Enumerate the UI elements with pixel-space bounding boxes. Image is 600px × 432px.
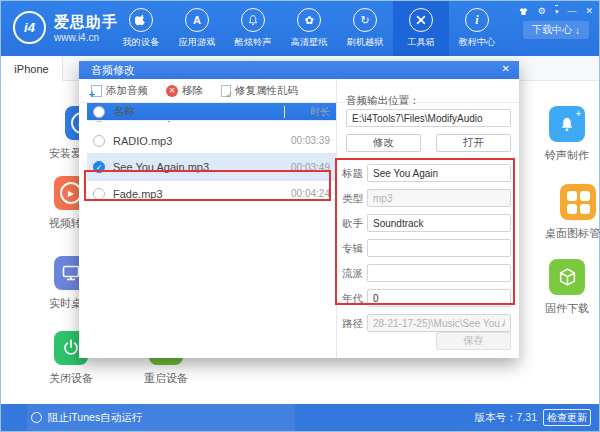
remove-label: 移除 [182, 84, 203, 98]
list-item[interactable]: RADIO.mp3 00:03:39 [87, 128, 336, 153]
app-window: i4 爱思助手 www.i4.cn 我的设备 A 应用游戏 酷炫铃声 [0, 0, 600, 432]
modify-button[interactable]: 修改 [346, 134, 421, 152]
appstore-icon: A [185, 8, 209, 32]
remove-button[interactable]: ✕ 移除 [166, 84, 203, 98]
save-button[interactable]: 保存 [436, 332, 511, 350]
path-label: 路径 [342, 317, 363, 331]
info-icon: i [465, 8, 489, 32]
tool-firmware-download[interactable]: 固件下载 [545, 259, 589, 316]
tool-icon-manager[interactable]: 桌面图标管理 [545, 184, 600, 241]
dialog-titlebar[interactable]: 音频修改 ✕ [79, 61, 519, 79]
nav-apps-games[interactable]: A 应用游戏 [169, 1, 225, 56]
nav-label: 刷机越狱 [347, 36, 384, 49]
add-audio-label: 添加音频 [106, 84, 148, 98]
minimize-icon[interactable]: — [567, 6, 576, 16]
nav-wallpapers[interactable]: ✿ 高清壁纸 [281, 1, 337, 56]
nav-label: 我的设备 [123, 36, 160, 49]
download-center-label: 下载中心 [532, 23, 572, 37]
close-icon[interactable]: ✕ [585, 6, 593, 16]
nav-label: 高清壁纸 [291, 36, 328, 49]
nav-tutorials[interactable]: i 教程中心 [449, 1, 505, 56]
track-name: RADIO.mp3 [113, 135, 284, 147]
brand: i4 爱思助手 www.i4.cn [13, 11, 118, 44]
output-path-input[interactable] [346, 109, 511, 127]
nav-label: 教程中心 [459, 36, 496, 49]
flash-icon: ↻ [353, 8, 377, 32]
radio-icon[interactable] [31, 412, 42, 423]
tool-label: 铃声制作 [545, 148, 589, 163]
tool-ringtone-maker[interactable]: + 铃声制作 [545, 106, 589, 163]
tool-label: 桌面图标管理 [545, 226, 600, 241]
nav-label: 酷炫铃声 [235, 36, 272, 49]
download-icon: ↓ [575, 25, 580, 36]
fix-attributes-button[interactable]: 修复属性乱码 [221, 84, 298, 98]
apple-icon [129, 8, 153, 32]
tool-label: 重启设备 [144, 371, 188, 386]
settings-icon[interactable]: ⚙ [538, 6, 546, 16]
app-header: i4 爱思助手 www.i4.cn 我的设备 A 应用游戏 酷炫铃声 [1, 1, 599, 56]
firmware-icon [549, 259, 585, 295]
fix-attributes-label: 修复属性乱码 [235, 84, 298, 98]
theme-icon[interactable] [518, 7, 529, 16]
fix-attributes-icon [221, 85, 231, 97]
flower-icon: ✿ [297, 8, 321, 32]
nav-toolbox[interactable]: 工具箱 [393, 1, 449, 56]
dialog-toolbar: 添加音频 ✕ 移除 修复属性乱码 [79, 79, 519, 103]
track-duration: 00:03:39 [284, 135, 336, 146]
icon-manager-icon [560, 184, 596, 220]
version-label: 版本号：7.31 [475, 404, 537, 431]
open-button[interactable]: 打开 [436, 134, 511, 152]
main-nav: 我的设备 A 应用游戏 酷炫铃声 ✿ 高清壁纸 ↻ 刷机越狱 [113, 1, 505, 56]
fold-icon[interactable]: ▾ [555, 5, 559, 17]
form-row-path: 路径 [342, 314, 512, 332]
toolbox-icon [409, 8, 433, 32]
annotation-rect-form [335, 158, 515, 305]
annotation-rect-selected-row [84, 170, 331, 201]
tool-label: 固件下载 [545, 301, 589, 316]
block-itunes-toggle[interactable]: 阻止iTunes自动运行 [31, 404, 142, 431]
add-audio-icon [91, 85, 102, 97]
nav-label: 工具箱 [407, 36, 435, 49]
nav-flash-jailbreak[interactable]: ↻ 刷机越狱 [337, 1, 393, 56]
add-audio-button[interactable]: 添加音频 [91, 84, 148, 98]
list-header-row: 名称 时长 [87, 103, 336, 121]
nav-ringtones[interactable]: 酷炫铃声 [225, 1, 281, 56]
tab-iphone[interactable]: iPhone [1, 56, 63, 81]
select-all-checkbox[interactable] [93, 106, 105, 118]
download-center-button[interactable]: 下载中心 ↓ [523, 21, 589, 39]
ringtone-icon: + [549, 106, 585, 142]
dialog-close-icon[interactable]: ✕ [502, 63, 510, 74]
statusbar: 阻止iTunes自动运行 版本号：7.31 检查更新 [1, 404, 599, 431]
brand-url: www.i4.cn [54, 32, 118, 43]
plus-badge: + [576, 109, 581, 119]
output-location-label: 音频输出位置： [346, 94, 420, 108]
check-update-button[interactable]: 检查更新 [543, 409, 591, 426]
brand-name: 爱思助手 [54, 13, 118, 32]
dialog-title: 音频修改 [91, 63, 135, 78]
remove-icon: ✕ [166, 85, 178, 97]
column-duration: 时长 [284, 106, 336, 118]
block-itunes-label: 阻止iTunes自动运行 [48, 411, 142, 425]
window-controls: ⚙ ▾ — ✕ [518, 5, 593, 17]
path-input [367, 314, 511, 332]
bell-icon [241, 8, 265, 32]
column-name: 名称 [113, 104, 284, 119]
i4-logo-icon: i4 [13, 11, 46, 44]
nav-my-devices[interactable]: 我的设备 [113, 1, 169, 56]
row-checkbox[interactable] [93, 135, 105, 147]
nav-label: 应用游戏 [179, 36, 216, 49]
tool-label: 关闭设备 [49, 371, 93, 386]
